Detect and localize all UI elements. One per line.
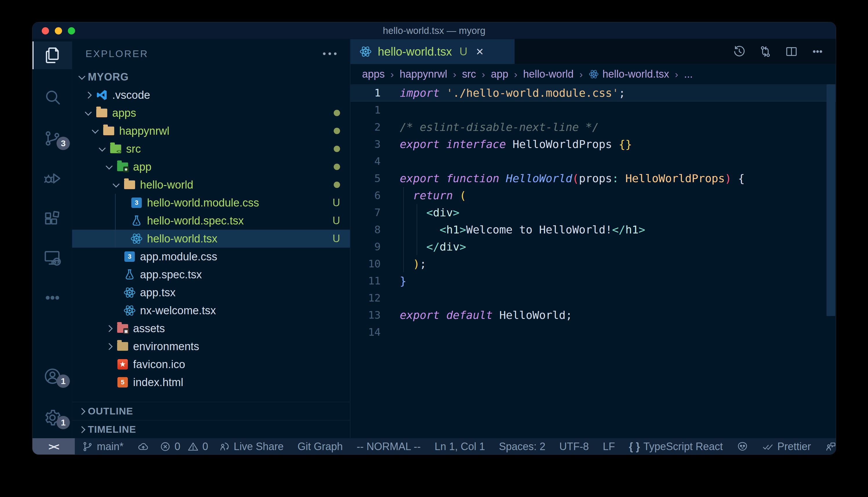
code-line[interactable]: 14 — [350, 324, 836, 341]
tree-item-apps[interactable]: apps — [72, 104, 350, 122]
breadcrumb-item-happynrwl[interactable]: happynrwl — [400, 68, 447, 80]
remote-indicator[interactable]: >< — [32, 438, 75, 455]
code-line[interactable]: 8 <h1>Welcome to HelloWorld!</h1> — [350, 221, 836, 238]
editor-scrollbar[interactable] — [827, 84, 835, 316]
split-editor-icon[interactable] — [785, 45, 798, 58]
chevron-down-icon[interactable] — [89, 125, 101, 137]
outline-section[interactable]: OUTLINE — [72, 402, 350, 420]
breadcrumb-item--[interactable]: ... — [684, 68, 693, 80]
line-number[interactable]: 8 — [350, 224, 381, 236]
code-line[interactable]: 10 ); — [350, 255, 836, 272]
tree-item-favicon-ico[interactable]: ★favicon.ico — [72, 355, 350, 373]
activity-manage-icon[interactable]: 1 — [32, 404, 72, 431]
status-git-graph[interactable]: Git Graph — [290, 441, 350, 453]
breadcrumb-item-apps[interactable]: apps — [362, 68, 385, 80]
breadcrumb-item-app[interactable]: app — [491, 68, 508, 80]
tree-item-hello-world-module-css[interactable]: 3hello-world.module.cssU — [72, 194, 350, 212]
breadcrumb-item-hello-world-tsx[interactable]: hello-world.tsx — [589, 68, 669, 80]
line-number[interactable]: 3 — [350, 138, 381, 150]
chevron-right-icon[interactable] — [104, 323, 115, 334]
tree-item-app-tsx[interactable]: app.tsx — [72, 284, 350, 301]
tree-item-hello-world-tsx[interactable]: hello-world.tsxU — [72, 230, 350, 247]
line-number[interactable]: 1 — [350, 87, 381, 99]
status-github-extension[interactable] — [730, 441, 755, 452]
code-editor[interactable]: 1import './hello-world.module.css';12/* … — [350, 84, 836, 438]
line-number[interactable]: 11 — [350, 275, 381, 287]
close-window-button[interactable] — [42, 27, 49, 34]
activity-remote-explorer-icon[interactable] — [32, 244, 72, 272]
activity-search-icon[interactable] — [32, 83, 72, 111]
status-warnings[interactable]: 0 — [184, 441, 212, 453]
code-line[interactable]: 11} — [350, 272, 836, 289]
activity-run-and-debug-icon[interactable] — [32, 165, 72, 192]
explorer-more-actions-icon[interactable] — [323, 53, 336, 55]
line-number[interactable]: 10 — [350, 258, 381, 270]
timeline-history-icon[interactable] — [733, 45, 746, 58]
tree-root-myorg[interactable]: MYORG — [72, 68, 350, 86]
activity-extensions-icon[interactable] — [32, 205, 72, 232]
title-bar[interactable]: hello-world.tsx — myorg — [32, 22, 836, 39]
status-eol[interactable]: LF — [596, 441, 622, 453]
code-line[interactable]: 7 <div> — [350, 204, 836, 221]
tab-hello-world-tsx[interactable]: hello-world.tsx U × — [350, 39, 514, 64]
tree-item-assets[interactable]: ▣assets — [72, 320, 350, 337]
timeline-section[interactable]: TIMELINE — [72, 420, 350, 438]
breadcrumb-item-src[interactable]: src — [462, 68, 476, 80]
tree-item-app-module-css[interactable]: 3app.module.css — [72, 247, 350, 266]
activity-accounts-icon[interactable]: 1 — [32, 362, 72, 390]
tree-item-hello-world-spec-tsx[interactable]: hello-world.spec.tsxU — [72, 212, 350, 230]
status-errors[interactable]: 0 — [156, 441, 184, 453]
tree-item-hello-world[interactable]: hello-world — [72, 176, 350, 194]
line-number[interactable]: 12 — [350, 292, 381, 304]
code-line[interactable]: 1 — [350, 101, 836, 118]
line-number[interactable]: 4 — [350, 155, 381, 167]
chevron-down-icon[interactable] — [110, 179, 122, 190]
code-line[interactable]: 9 </div> — [350, 238, 836, 255]
status-vim-mode[interactable]: -- NORMAL -- — [350, 441, 428, 453]
tree-item-app[interactable]: ✱app — [72, 158, 350, 176]
code-line[interactable]: 13export default HelloWorld; — [350, 307, 836, 324]
chevron-right-icon[interactable] — [83, 89, 94, 101]
line-number[interactable]: 6 — [350, 189, 381, 201]
activity-explorer-icon[interactable] — [32, 41, 72, 69]
tree-item--vscode[interactable]: .vscode — [72, 86, 350, 104]
code-line[interactable]: 3export interface HelloWorldProps {} — [350, 136, 836, 153]
tree-item-happynrwl[interactable]: happynrwl — [72, 122, 350, 140]
compare-changes-icon[interactable] — [759, 45, 772, 58]
status-git-branch[interactable]: main* — [75, 441, 130, 453]
line-number[interactable]: 7 — [350, 207, 381, 218]
line-number[interactable]: 13 — [350, 309, 381, 321]
tree-item-environments[interactable]: environments — [72, 337, 350, 355]
code-line[interactable]: 5export function HelloWorld(props: Hello… — [350, 170, 836, 187]
tree-item-src[interactable]: <>src — [72, 140, 350, 158]
status-cursor-position[interactable]: Ln 1, Col 1 — [428, 441, 492, 453]
line-number[interactable]: 5 — [350, 172, 381, 184]
code-line[interactable]: 12 — [350, 289, 836, 307]
line-number[interactable]: 1 — [350, 104, 381, 116]
status-feedback[interactable] — [818, 441, 836, 452]
line-number[interactable]: 9 — [350, 241, 381, 253]
status-indentation[interactable]: Spaces: 2 — [492, 441, 552, 453]
chevron-down-icon[interactable] — [104, 161, 115, 173]
tree-item-app-spec-tsx[interactable]: app.spec.tsx — [72, 266, 350, 284]
chevron-right-icon[interactable] — [104, 341, 115, 352]
tree-item-nx-welcome-tsx[interactable]: nx-welcome.tsx — [72, 301, 350, 320]
line-number[interactable]: 2 — [350, 121, 381, 133]
chevron-down-icon[interactable] — [97, 143, 108, 155]
status-live-share[interactable]: Live Share — [212, 441, 290, 453]
code-line[interactable]: 6 return ( — [350, 187, 836, 204]
line-number[interactable]: 14 — [350, 326, 381, 338]
activity-source-control-icon[interactable]: 3 — [32, 125, 72, 152]
code-line[interactable]: 2/* eslint-disable-next-line */ — [350, 118, 836, 136]
zoom-window-button[interactable] — [68, 27, 75, 34]
activity-additional-views-icon[interactable] — [32, 284, 72, 312]
code-line[interactable]: 4 — [350, 153, 836, 170]
status-language-mode[interactable]: { }TypeScript React — [622, 441, 730, 453]
chevron-down-icon[interactable] — [83, 107, 94, 119]
minimize-window-button[interactable] — [55, 27, 62, 34]
status-publish-changes[interactable] — [130, 441, 156, 452]
status-encoding[interactable]: UTF-8 — [552, 441, 596, 453]
status-formatter-prettier[interactable]: Prettier — [755, 441, 818, 453]
more-actions-icon[interactable] — [811, 45, 824, 58]
code-line[interactable]: 1import './hello-world.module.css'; — [350, 84, 836, 101]
